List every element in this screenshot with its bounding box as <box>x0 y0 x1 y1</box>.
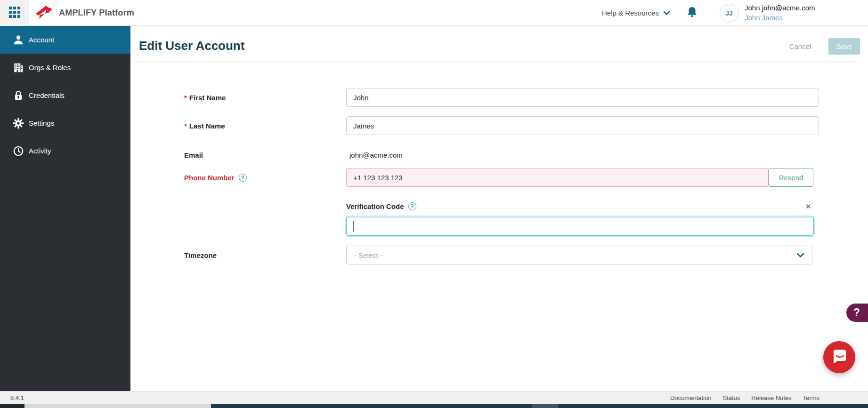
cancel-button[interactable]: Cancel <box>786 38 815 55</box>
phone-label: Phone Number ? <box>184 168 247 187</box>
lock-icon <box>13 90 24 101</box>
header-divider <box>138 61 854 62</box>
footer-link-release-notes[interactable]: Release Notes <box>751 394 791 401</box>
footer-link-status[interactable]: Status <box>722 394 740 401</box>
gear-icon <box>13 118 24 129</box>
sidebar-item-label: Activity <box>29 147 51 155</box>
topbar: AMPLIFY Platform Help & Resources JJ Joh… <box>0 0 868 26</box>
sidebar-item-label: Credentials <box>29 91 65 99</box>
avatar[interactable]: JJ <box>720 4 738 23</box>
horizontal-scrollbar[interactable] <box>0 404 868 408</box>
bell-icon <box>687 6 698 20</box>
scrollbar-corner <box>0 404 24 408</box>
last-name-label: * Last Name <box>184 116 225 135</box>
footer-link-documentation[interactable]: Documentation <box>670 394 711 401</box>
timezone-placeholder: - Select - <box>354 251 796 259</box>
save-button[interactable]: Save <box>828 38 860 55</box>
brand: AMPLIFY Platform <box>34 0 134 26</box>
verification-code-input[interactable] <box>346 217 814 236</box>
first-name-input[interactable] <box>346 88 819 107</box>
close-icon[interactable]: ✕ <box>802 201 814 212</box>
chevron-down-icon <box>663 11 670 16</box>
user-meta: John john@acme.com John James <box>745 3 815 23</box>
footer-link-terms[interactable]: Terms <box>803 394 819 401</box>
last-name-input[interactable] <box>346 116 819 135</box>
help-resources-label: Help & Resources <box>602 9 659 17</box>
user-name-email: John john@acme.com <box>745 3 815 13</box>
sidebar-item-account[interactable]: Account <box>0 26 130 54</box>
sidebar-item-label: Account <box>29 36 54 44</box>
sidebar-item-label: Settings <box>29 119 54 127</box>
required-marker: * <box>184 94 187 102</box>
resend-button[interactable]: Resend <box>769 168 813 187</box>
footer: 8.4.1 Documentation Status Release Notes… <box>0 391 868 404</box>
notifications-button[interactable] <box>687 0 698 26</box>
chat-bubble-icon <box>831 348 848 367</box>
first-name-label: * First Name <box>184 88 226 107</box>
sidebar-item-activity[interactable]: Activity <box>0 137 130 165</box>
sidebar-item-label: Orgs & Roles <box>29 64 71 72</box>
help-resources-menu[interactable]: Help & Resources <box>602 0 670 26</box>
question-mark-icon: ? <box>853 306 860 319</box>
user-icon <box>13 34 24 46</box>
scrollbar-mark <box>532 404 558 408</box>
page-title: Edit User Account <box>139 39 244 53</box>
chevron-down-icon <box>796 253 804 258</box>
sidebar-item-settings[interactable]: Settings <box>0 109 130 137</box>
sidebar: Account Orgs & Roles <box>0 26 130 391</box>
app-grid-button[interactable] <box>0 0 29 26</box>
avatar-initials: JJ <box>725 9 733 17</box>
required-marker: * <box>184 122 187 130</box>
verification-code-label: Verification Code ? <box>346 200 416 212</box>
sidebar-item-credentials[interactable]: Credentials <box>0 81 130 109</box>
user-profile-link[interactable]: John James <box>745 13 815 23</box>
building-icon <box>13 62 24 73</box>
verification-help-icon[interactable]: ? <box>408 202 416 210</box>
text-caret <box>353 221 354 232</box>
app-version: 8.4.1 <box>10 394 24 401</box>
chat-messenger-button[interactable] <box>823 341 855 373</box>
amplify-logo-icon <box>34 3 53 23</box>
phone-help-icon[interactable]: ? <box>239 174 247 182</box>
clock-icon <box>13 145 24 157</box>
phone-input[interactable] <box>346 168 769 187</box>
email-label: Email <box>184 145 203 164</box>
help-fab[interactable]: ? <box>846 304 868 322</box>
waffle-icon <box>8 6 21 20</box>
footer-links: Documentation Status Release Notes Terms <box>670 394 819 401</box>
app-screen: AMPLIFY Platform Help & Resources JJ Joh… <box>0 0 868 408</box>
scrollbar-thumb[interactable] <box>24 404 211 408</box>
timezone-label: Timezone <box>184 246 217 264</box>
timezone-select[interactable]: - Select - <box>346 246 812 264</box>
brand-title: AMPLIFY Platform <box>59 8 134 18</box>
sidebar-item-orgs-roles[interactable]: Orgs & Roles <box>0 54 130 81</box>
email-value: john@acme.com <box>349 145 403 164</box>
